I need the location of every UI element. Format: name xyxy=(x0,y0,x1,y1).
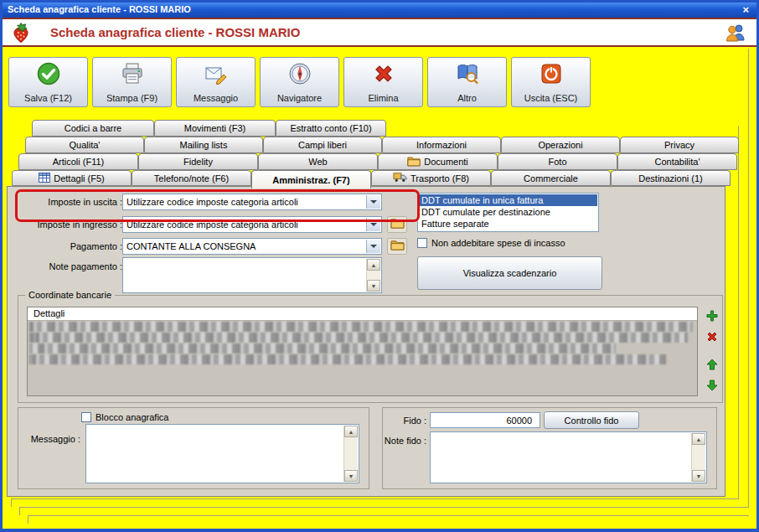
tab-label: Codici a barre xyxy=(65,123,121,133)
pagamento-folder-button[interactable] xyxy=(387,238,407,255)
list-item[interactable]: DDT cumulate in unica fattura xyxy=(419,194,597,206)
users-icon[interactable] xyxy=(725,22,746,47)
tab-label: Estratto conto (F10) xyxy=(290,123,371,133)
scroll-up-icon[interactable]: ▲ xyxy=(367,259,380,271)
book-search-icon xyxy=(455,61,480,90)
toolbar-button-label: Uscita (ESC) xyxy=(524,93,578,103)
note-fido-textarea[interactable]: ▲ ▼ xyxy=(430,431,707,483)
tab-label: Campi liberi xyxy=(298,140,347,150)
move-up-button[interactable] xyxy=(704,358,720,374)
message-button[interactable]: Messaggio xyxy=(176,57,256,107)
scroll-up-icon[interactable]: ▲ xyxy=(692,433,705,445)
tab-articoli-f11[interactable]: Articoli (F11) xyxy=(18,153,138,170)
imposte-ingresso-label: Imposte in ingresso : xyxy=(16,220,122,230)
tab-label: Foto xyxy=(548,157,566,167)
blocco-anagrafica-checkbox[interactable]: Blocco anagrafica xyxy=(81,412,168,422)
app-window: Scheda anagrafica cliente - ROSSI MARIO … xyxy=(0,0,759,532)
note-pagamento-textarea[interactable]: ▲ ▼ xyxy=(122,257,382,293)
tab-trasporto-f8[interactable]: Trasporto (F8) xyxy=(371,170,491,186)
tab-commerciale[interactable]: Commerciale xyxy=(491,170,611,186)
titlebar: Scheda anagrafica cliente - ROSSI MARIO … xyxy=(3,3,756,18)
tab-label: Articoli (F11) xyxy=(53,157,105,167)
imposte-ingresso-dropdown[interactable]: Utilizzare codice imposte categoria arti… xyxy=(122,216,382,233)
scroll-down-icon[interactable]: ▼ xyxy=(367,280,380,292)
tab-label: Web xyxy=(308,157,327,167)
tab-operazioni[interactable]: Operazioni xyxy=(501,137,620,153)
tab-movimenti-f3[interactable]: Movimenti (F3) xyxy=(154,120,276,137)
tab-foto[interactable]: Foto xyxy=(498,153,617,170)
delete-row-button[interactable] xyxy=(704,330,720,347)
close-button[interactable]: × xyxy=(742,3,749,16)
tab-documenti[interactable]: Documenti xyxy=(378,153,498,170)
stacked-window-edge xyxy=(19,507,20,515)
chevron-down-icon xyxy=(370,200,377,207)
scrollbar[interactable]: ▲ ▼ xyxy=(691,433,705,482)
table-row[interactable] xyxy=(29,343,616,354)
delete-button[interactable]: Elimina xyxy=(343,57,423,107)
toolbar-button-label: Messaggio xyxy=(194,93,238,103)
scrollbar[interactable]: ▲ ▼ xyxy=(343,426,358,482)
dropdown-value: CONTANTE ALLA CONSEGNA xyxy=(126,241,256,251)
tab-campi-liberi[interactable]: Campi liberi xyxy=(263,137,382,153)
scroll-down-icon[interactable]: ▼ xyxy=(344,470,358,482)
exit-button[interactable]: Uscita (ESC) xyxy=(511,57,591,107)
tab-contabilita[interactable]: Contabilita' xyxy=(617,153,737,170)
tab-privacy[interactable]: Privacy xyxy=(620,137,739,153)
fatturazione-listbox[interactable]: DDT cumulate in unica fattura DDT cumula… xyxy=(417,193,599,232)
checkbox-box[interactable] xyxy=(81,412,91,422)
tab-qualita[interactable]: Qualita' xyxy=(25,137,144,153)
dropdown-arrow-button[interactable] xyxy=(366,218,380,231)
folder-icon xyxy=(390,217,405,232)
imposte-ingresso-folder-button[interactable] xyxy=(387,216,407,233)
scrollbar[interactable]: ▲ ▼ xyxy=(366,259,380,292)
table-row[interactable] xyxy=(29,333,688,343)
message-icon xyxy=(204,61,229,90)
tab-label: Amministraz. (F7) xyxy=(272,175,349,185)
fido-input[interactable] xyxy=(430,412,540,428)
print-button[interactable]: Stampa (F9) xyxy=(92,57,172,107)
dropdown-arrow-button[interactable] xyxy=(366,195,380,209)
tab-dettagli-f5[interactable]: Dettagli (F5) xyxy=(12,170,132,186)
fido-group: Fido : Controllo fido Note fido : ▲ ▼ xyxy=(382,407,717,489)
move-down-button[interactable] xyxy=(704,379,720,395)
arrow-down-icon xyxy=(705,379,719,395)
folder-icon xyxy=(390,239,405,254)
amministrazione-panel: Imposte in uscita : Utilizzare codice im… xyxy=(7,186,725,497)
truck-icon xyxy=(393,172,407,184)
pagamento-label: Pagamento : xyxy=(16,241,122,251)
tab-amministraz-f7[interactable]: Amministraz. (F7) xyxy=(251,170,371,189)
tab-web[interactable]: Web xyxy=(258,153,378,170)
scroll-up-icon[interactable]: ▲ xyxy=(344,426,358,437)
visualizza-scadenzario-button[interactable]: Visualizza scadenzario xyxy=(417,256,602,290)
table-row[interactable] xyxy=(29,354,666,364)
list-item[interactable]: DDT cumulate per destinazione xyxy=(419,206,597,218)
dropdown-value: Utilizzare codice imposte categoria arti… xyxy=(126,220,298,230)
pagamento-dropdown[interactable]: CONTANTE ALLA CONSEGNA xyxy=(122,238,382,255)
tab-codici-a-barre[interactable]: Codici a barre xyxy=(32,120,154,137)
delete-x-icon xyxy=(705,330,719,347)
tab-informazioni[interactable]: Informazioni xyxy=(382,137,501,153)
page-title: Scheda anagrafica cliente - ROSSI MARIO xyxy=(50,25,300,39)
tab-mailing-lists[interactable]: Mailing lists xyxy=(144,137,263,153)
list-item[interactable]: Fatture separate xyxy=(419,218,597,230)
spese-incasso-checkbox[interactable]: Non addebitare spese di incasso xyxy=(417,238,565,248)
messaggio-textarea[interactable]: ▲ ▼ xyxy=(85,424,359,483)
other-button[interactable]: Altro xyxy=(427,57,507,107)
navigator-button[interactable]: Navigatore xyxy=(260,57,339,107)
tab-label: Destinazioni (1) xyxy=(638,173,702,183)
scroll-down-icon[interactable]: ▼ xyxy=(692,470,705,482)
tab-fidelity[interactable]: Fidelity xyxy=(138,153,258,170)
strawberry-logo-icon xyxy=(9,21,33,48)
tab-destinazioni-1[interactable]: Destinazioni (1) xyxy=(611,170,731,186)
dropdown-arrow-button[interactable] xyxy=(366,240,380,253)
save-button[interactable]: Salva (F12) xyxy=(8,57,88,107)
checkbox-box[interactable] xyxy=(417,238,427,248)
window-title: Scheda anagrafica cliente - ROSSI MARIO xyxy=(8,4,191,14)
tab-estratto-conto-f10[interactable]: Estratto conto (F10) xyxy=(276,120,386,137)
add-row-button[interactable] xyxy=(704,309,720,326)
imposte-uscita-dropdown[interactable]: Utilizzare codice imposte categoria arti… xyxy=(122,194,382,210)
coordinate-bancarie-table[interactable]: Dettagli xyxy=(27,307,698,396)
tab-telefono-note-f6[interactable]: Telefono/note (F6) xyxy=(132,170,251,186)
table-row[interactable] xyxy=(29,322,693,332)
controllo-fido-button[interactable]: Controllo fido xyxy=(544,411,639,429)
